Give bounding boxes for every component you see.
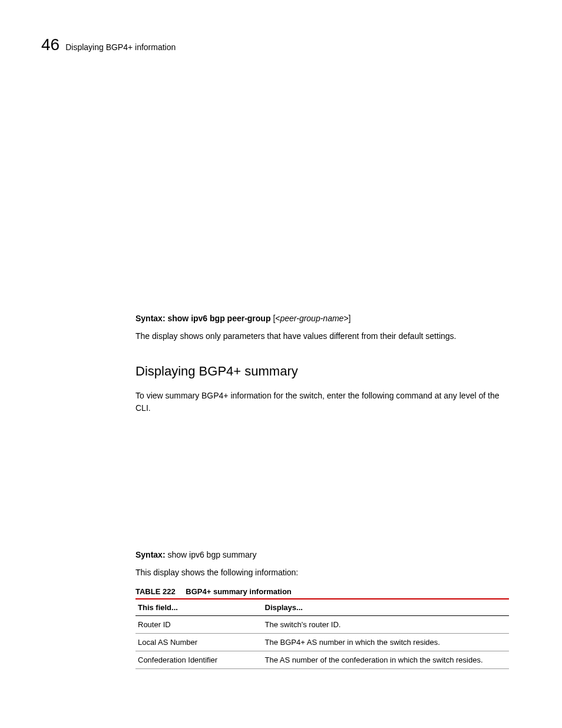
syntax-command: show ipv6 bgp peer-group xyxy=(167,314,270,323)
table-header-field: This field... xyxy=(135,599,263,616)
summary-table: This field... Displays... Router ID The … xyxy=(135,598,509,669)
page-header: 46 Displaying BGP4+ information xyxy=(41,35,521,54)
table-caption: TABLE 222 BGP4+ summary information xyxy=(135,587,509,596)
section-intro: To view summary BGP4+ information for th… xyxy=(135,390,509,414)
syntax-line-1: Syntax: show ipv6 bgp peer-group [<peer-… xyxy=(135,314,509,323)
table-cell-field: Router ID xyxy=(135,616,263,634)
body-paragraph-1: The display shows only parameters that h… xyxy=(135,330,509,342)
table-cell-desc: The BGP4+ AS number in which the switch … xyxy=(263,634,509,651)
syntax-command: show ipv6 bgp summary xyxy=(167,550,256,559)
table-label: TABLE 222 xyxy=(135,587,176,596)
syntax-param-open: [< xyxy=(273,314,280,323)
table-title: BGP4+ summary information xyxy=(186,587,292,596)
content-area: Syntax: show ipv6 bgp peer-group [<peer-… xyxy=(135,314,509,669)
body-paragraph-2: This display shows the following informa… xyxy=(135,566,509,579)
section-heading: Displaying BGP4+ summary xyxy=(135,364,509,379)
syntax-label: Syntax: xyxy=(135,314,166,323)
table-cell-desc: The switch's router ID. xyxy=(263,616,509,634)
table-header-displays: Displays... xyxy=(263,599,509,616)
syntax-line-2: Syntax: show ipv6 bgp summary xyxy=(135,550,509,559)
page-number: 46 xyxy=(41,35,59,54)
table-row: Router ID The switch's router ID. xyxy=(135,616,509,634)
syntax-param: peer-group-name xyxy=(280,314,343,323)
table-cell-desc: The AS number of the confederation in wh… xyxy=(263,651,509,669)
page-container: 46 Displaying BGP4+ information Syntax: … xyxy=(0,0,562,704)
syntax-param-close: >] xyxy=(343,314,351,323)
syntax-label: Syntax: xyxy=(135,550,166,559)
table-header-row: This field... Displays... xyxy=(135,599,509,616)
table-cell-field: Local AS Number xyxy=(135,634,263,651)
table-row: Confederation Identifier The AS number o… xyxy=(135,651,509,669)
table-cell-field: Confederation Identifier xyxy=(135,651,263,669)
header-title: Displaying BGP4+ information xyxy=(65,42,176,52)
table-row: Local AS Number The BGP4+ AS number in w… xyxy=(135,634,509,651)
